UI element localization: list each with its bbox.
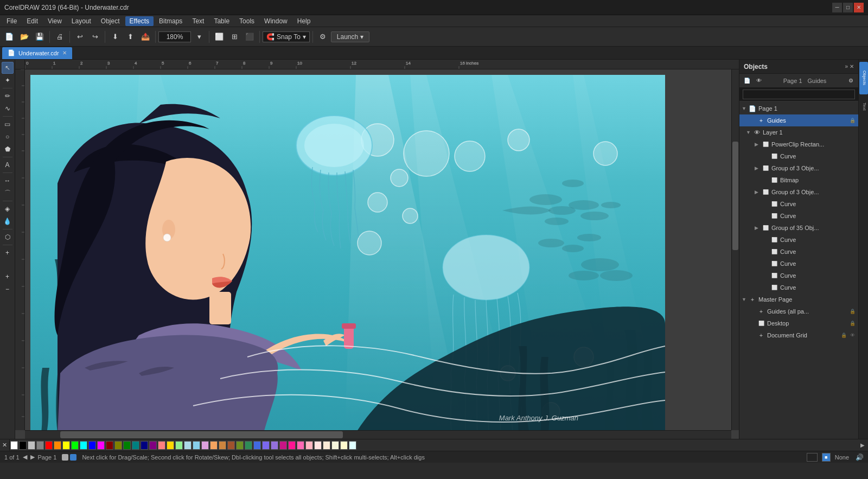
text-button[interactable]: A <box>2 159 14 171</box>
tree-layer1[interactable]: ▼ 👁 Layer 1 <box>739 126 858 138</box>
canvas-scrollbar-vertical[interactable] <box>731 69 739 430</box>
addnode-button[interactable]: + <box>2 247 14 259</box>
palette-swatch-magenta[interactable] <box>97 441 105 450</box>
palette-swatch-plum[interactable] <box>201 441 209 450</box>
rectangle-button[interactable]: ▭ <box>2 118 14 130</box>
connector-button[interactable]: ⌒ <box>2 187 14 199</box>
doc-tab-close[interactable]: ✕ <box>62 50 67 56</box>
view-mode-btn1[interactable] <box>62 454 68 461</box>
palette-swatch-royal[interactable] <box>253 441 261 450</box>
fill-swatch[interactable] <box>807 453 818 462</box>
palette-swatch-purple[interactable] <box>149 441 157 450</box>
view-mode-btn2[interactable] <box>70 454 76 461</box>
palette-swatch-gray[interactable] <box>36 441 44 450</box>
menu-text[interactable]: Text <box>188 16 208 26</box>
palette-swatch-medvio[interactable] <box>279 441 287 450</box>
open-button[interactable]: 📂 <box>17 30 31 44</box>
palette-swatch-ltpink[interactable] <box>305 441 313 450</box>
palette-swatch-hotpink[interactable] <box>297 441 304 450</box>
tree-docgrid[interactable]: + Document Grid 🔒 👁 <box>739 329 858 341</box>
options-button[interactable]: ⚙ <box>316 30 330 44</box>
panel-tb-btn1[interactable]: 📄 <box>742 75 752 86</box>
minimize-button[interactable]: ─ <box>832 3 842 12</box>
tree-curve6[interactable]: ⬜ Curve <box>739 258 858 270</box>
menu-help[interactable]: Help <box>293 16 315 26</box>
undo-button[interactable]: ↩ <box>73 30 87 44</box>
freehand-tool-button[interactable]: ✏ <box>2 90 14 102</box>
eyedropper-button[interactable]: 💧 <box>2 215 14 227</box>
palette-swatch-gold[interactable] <box>167 441 174 450</box>
tree-curve5[interactable]: ⬜ Curve <box>739 246 858 258</box>
tree-powerclip[interactable]: ▶ ⬜ PowerClip Rectan... <box>739 138 858 150</box>
doc-tab-underwater[interactable]: 📄 Underwater.cdr ✕ <box>2 47 72 59</box>
polygon-button[interactable]: ⬟ <box>2 143 14 155</box>
palette-swatch-seagreen[interactable] <box>245 441 252 450</box>
export-button[interactable]: ⬆ <box>123 30 137 44</box>
objects-tab[interactable]: Objects <box>859 62 868 94</box>
tree-bitmap[interactable]: ⬜ Bitmap <box>739 174 858 186</box>
menu-window[interactable]: Window <box>260 16 292 26</box>
tree-group3-1[interactable]: ▶ ⬜ Group of 3 Obje... <box>739 162 858 174</box>
palette-swatch-ltgreen[interactable] <box>175 441 183 450</box>
palette-swatch-sienna[interactable] <box>227 441 235 450</box>
zoom-dropdown[interactable]: ▾ <box>192 30 206 44</box>
tree-curve3[interactable]: ⬜ Curve <box>739 210 858 222</box>
tree-guides[interactable]: + Guides 🔒 <box>739 114 858 126</box>
palette-swatch-blue[interactable] <box>88 441 96 450</box>
palette-swatch-ltcyan[interactable] <box>349 441 356 450</box>
minus-nav-button[interactable]: − <box>2 283 14 295</box>
tree-group35[interactable]: ▶ ⬜ Group of 35 Obj... <box>739 222 858 234</box>
palette-swatch-dkgreen[interactable] <box>123 441 131 450</box>
menu-tools[interactable]: Tools <box>235 16 259 26</box>
scroll-thumb-horizontal[interactable] <box>60 431 343 438</box>
print-button[interactable]: 🖨 <box>53 30 67 44</box>
palette-swatch-antiwhite[interactable] <box>323 441 330 450</box>
palette-swatch-teal[interactable] <box>132 441 139 450</box>
palette-swatch-lemon[interactable] <box>340 441 348 450</box>
menu-effects[interactable]: Effects <box>125 16 154 26</box>
tree-curve7[interactable]: ⬜ Curve <box>739 270 858 282</box>
ellipse-button[interactable]: ○ <box>2 131 14 143</box>
palette-swatch-med-slate[interactable] <box>262 441 270 450</box>
text-tab[interactable]: Text <box>859 95 868 117</box>
palette-swatch-sandy[interactable] <box>210 441 218 450</box>
menu-layout[interactable]: Layout <box>67 16 95 26</box>
zoom-level[interactable]: 180% <box>158 31 191 42</box>
palette-swatch-red[interactable] <box>45 441 53 450</box>
fill-button[interactable]: ◈ <box>2 203 14 215</box>
publish-button[interactable]: 📤 <box>138 30 152 44</box>
tree-curve4[interactable]: ⬜ Curve <box>739 234 858 246</box>
palette-swatch-silver[interactable] <box>28 441 35 450</box>
canvas-scrollbar-horizontal[interactable] <box>25 430 731 439</box>
tree-guides-all[interactable]: + Guides (all pa... 🔒 <box>739 305 858 317</box>
smartdraw-button[interactable]: ∿ <box>2 103 14 114</box>
maximize-button[interactable]: □ <box>843 3 853 12</box>
palette-swatch-cyan[interactable] <box>80 441 87 450</box>
palette-swatch-misty[interactable] <box>314 441 322 450</box>
menu-bitmaps[interactable]: Bitmaps <box>155 16 187 26</box>
no-fill-swatch[interactable]: ✕ <box>0 439 10 451</box>
node-edit-button[interactable]: ✦ <box>2 74 14 86</box>
pick-tool-button[interactable]: ↖ <box>2 62 14 74</box>
menu-file[interactable]: File <box>2 16 21 26</box>
menu-table[interactable]: Table <box>209 16 234 26</box>
palette-swatch-medpurp[interactable] <box>271 441 278 450</box>
import-button[interactable]: ⬇ <box>108 30 122 44</box>
plus-nav-button[interactable]: + <box>2 271 14 283</box>
panel-close-button[interactable]: ✕ <box>850 63 854 69</box>
menu-edit[interactable]: Edit <box>22 16 42 26</box>
palette-swatch-deeppink[interactable] <box>288 441 296 450</box>
menu-view[interactable]: View <box>43 16 66 26</box>
palette-swatch-ltred[interactable] <box>158 441 165 450</box>
panel-expand-button[interactable]: » <box>845 63 848 69</box>
palette-swatch-peru[interactable] <box>219 441 226 450</box>
panel-settings-button[interactable]: ⚙ <box>845 75 856 86</box>
view-btn2[interactable]: ⊞ <box>227 30 241 44</box>
tree-curve2[interactable]: ⬜ Curve <box>739 198 858 210</box>
palette-swatch-white[interactable] <box>10 441 18 450</box>
palette-swatch-navy[interactable] <box>141 441 148 450</box>
palette-scroll-right[interactable]: ▶ <box>858 441 867 450</box>
tree-page1[interactable]: ▼ 📄 Page 1 <box>739 103 858 114</box>
canvas-area[interactable]: 0 1 2 3 4 5 6 7 8 <box>15 60 739 439</box>
page-nav-left[interactable]: ◀ <box>23 454 27 461</box>
